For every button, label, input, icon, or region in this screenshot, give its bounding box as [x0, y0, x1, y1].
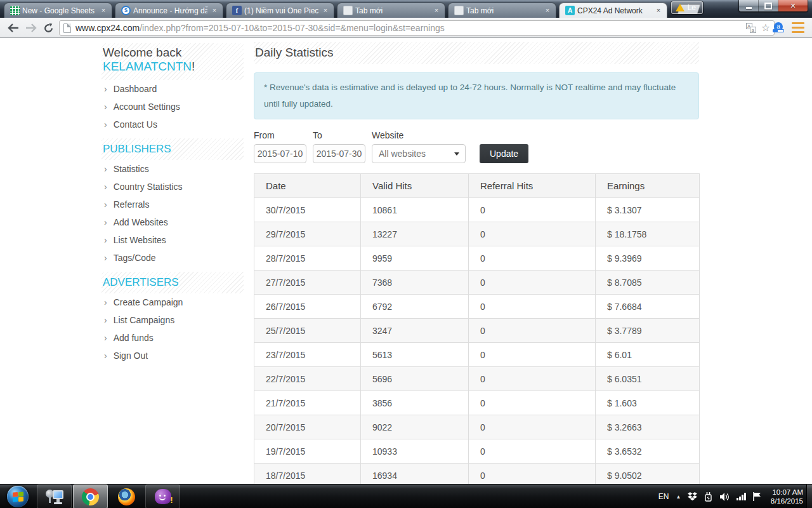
website-select[interactable]: All websites [372, 144, 466, 163]
action-center-flag-icon[interactable] [753, 492, 761, 501]
sidebar-item[interactable]: Statistics [102, 160, 244, 178]
column-header: Earnings [596, 174, 700, 198]
close-button[interactable] [778, 0, 808, 11]
tab-close-icon[interactable] [432, 6, 441, 15]
dropbox-icon[interactable] [688, 492, 697, 501]
profile-badge-label: Le [688, 3, 696, 12]
extension-icon[interactable]: a [773, 22, 784, 34]
profile-badge[interactable]: Le [671, 1, 703, 14]
browser-tab[interactable]: Tab mới [337, 3, 445, 18]
language-indicator[interactable]: EN [658, 492, 669, 501]
chevron-right-icon [104, 119, 107, 130]
chevron-right-icon [104, 199, 107, 210]
sheets-icon [10, 6, 20, 15]
chevron-right-icon [104, 351, 107, 361]
facebook-icon [232, 6, 242, 15]
firefox-button[interactable] [109, 485, 144, 508]
chevron-right-icon [104, 333, 107, 343]
reload-button[interactable] [40, 20, 56, 36]
chrome-menu-icon[interactable] [792, 22, 804, 33]
bookmark-star-icon[interactable] [761, 23, 770, 33]
sidebar-item[interactable]: List Websites [102, 231, 244, 249]
tab-close-icon[interactable] [210, 6, 219, 15]
power-plug-icon[interactable] [704, 492, 713, 502]
volume-icon[interactable] [720, 493, 730, 501]
browser-tab[interactable]: Tab mới [448, 3, 556, 18]
table-row: 21/7/2015 3856 0 $ 1.603 [254, 391, 700, 415]
date-cell: 26/7/2015 [254, 295, 361, 319]
chrome-button[interactable] [73, 485, 108, 508]
tab-close-icon[interactable] [99, 6, 108, 15]
sidebar-item[interactable]: Country Statistics [102, 178, 244, 196]
earnings-cell: $ 3.7789 [596, 319, 700, 343]
remote-desktop-button[interactable] [37, 485, 72, 508]
browser-tab[interactable]: Announce - Hướng dẫn [115, 3, 223, 18]
sidebar-item[interactable]: Add funds [102, 329, 244, 347]
translate-icon[interactable]: Aa [746, 23, 756, 33]
valid-hits-cell: 5613 [361, 343, 469, 367]
sidebar: Welcome back KELAMATCNTN! Dashboard Acco… [102, 43, 244, 364]
sidebar-item[interactable]: Account Settings [102, 98, 244, 116]
earnings-cell: $ 1.603 [596, 391, 700, 415]
date-cell: 22/7/2015 [254, 367, 361, 391]
tab-close-icon[interactable] [654, 6, 663, 15]
browser-tab[interactable]: CPX24 Ad Network [559, 3, 667, 18]
warning-icon [676, 4, 684, 11]
maximize-button[interactable] [759, 0, 778, 11]
clock-date: 8/16/2015 [771, 497, 803, 505]
network-signal-icon[interactable] [737, 493, 746, 500]
date-cell: 20/7/2015 [254, 415, 361, 439]
show-desktop-button[interactable] [806, 485, 812, 508]
start-button[interactable] [7, 486, 29, 507]
valid-hits-cell: 9022 [361, 415, 469, 439]
sidebar-item[interactable]: Dashboard [102, 80, 244, 98]
table-row: 18/7/2015 16934 0 $ 9.0502 [254, 464, 700, 485]
daily-statistics-table: DateValid HitsReferral HitsEarnings 30/7… [254, 173, 700, 484]
referral-hits-cell: 0 [469, 295, 596, 319]
sidebar-item-label: Create Campaign [114, 297, 183, 307]
referral-hits-cell: 0 [469, 464, 596, 485]
sidebar-item-label: Tags/Code [114, 253, 156, 263]
sidebar-item[interactable]: Add Websites [102, 213, 244, 231]
valid-hits-cell: 10933 [361, 439, 469, 464]
earnings-cell: $ 7.6684 [596, 295, 700, 319]
table-row: 26/7/2015 6792 0 $ 7.6684 [254, 295, 700, 319]
sidebar-item[interactable]: Tags/Code [102, 249, 244, 267]
browser-tab[interactable]: New - Google Sheets [4, 3, 112, 18]
referral-hits-cell: 0 [469, 439, 596, 464]
tab-close-icon[interactable] [321, 6, 330, 15]
update-button[interactable]: Update [480, 144, 528, 163]
firefox-icon [118, 488, 135, 505]
minimize-button[interactable] [739, 0, 759, 11]
forward-button[interactable] [23, 20, 39, 36]
date-cell: 25/7/2015 [254, 319, 361, 343]
hidden-icons-chevron-icon[interactable] [676, 494, 681, 500]
from-date-input[interactable] [254, 144, 306, 163]
publishers-heading: PUBLISHERS [102, 138, 244, 160]
sidebar-item[interactable]: List Campaigns [102, 311, 244, 329]
taskbar-clock[interactable]: 10:07 AM 8/16/2015 [771, 488, 803, 505]
tab-title: Tab mới [466, 6, 540, 15]
blank-icon [343, 6, 353, 15]
tab-close-icon[interactable] [543, 6, 552, 15]
sidebar-item[interactable]: Create Campaign [102, 293, 244, 311]
chevron-right-icon [104, 164, 107, 174]
earnings-cell: $ 3.6532 [596, 439, 700, 464]
account-menu: Dashboard Account Settings Contact Us [102, 80, 244, 133]
referral-hits-cell: 0 [469, 343, 596, 367]
sidebar-item[interactable]: Contact Us [102, 116, 244, 133]
valid-hits-cell: 13227 [361, 222, 469, 246]
yahoo-messenger-button[interactable]: ! [145, 485, 180, 508]
chevron-right-icon [104, 315, 107, 325]
browser-tab[interactable]: (1) Niềm vui One Piece [226, 3, 334, 18]
username: KELAMATCNTN [103, 60, 192, 73]
address-bar[interactable]: www.cpx24.com/index.php?from=2015-07-10&… [59, 20, 775, 36]
sidebar-item[interactable]: Referrals [102, 196, 244, 213]
date-cell: 21/7/2015 [254, 391, 361, 415]
sidebar-item-label: Add Websites [114, 217, 168, 227]
sidebar-item-label: Sign Out [114, 351, 148, 361]
taskbar: ! EN 10:07 AM 8/16/2015 [0, 484, 812, 508]
back-button[interactable] [5, 20, 22, 36]
sidebar-item[interactable]: Sign Out [102, 347, 244, 364]
to-date-input[interactable] [313, 144, 365, 163]
